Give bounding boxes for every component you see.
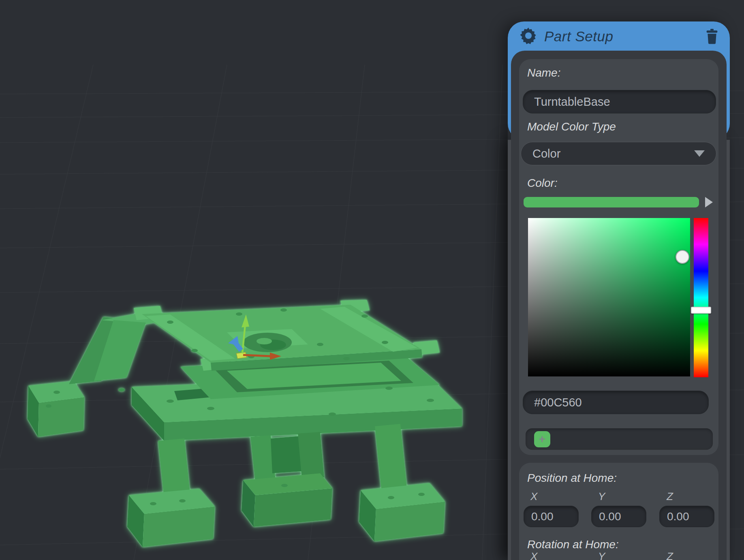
color-picker-handle[interactable]	[676, 250, 689, 264]
position-z-input[interactable]	[659, 506, 714, 527]
color-label: Color:	[527, 177, 558, 190]
rotation-at-home-label: Rotation at Home:	[527, 538, 619, 551]
position-x-label: X	[530, 490, 537, 503]
model-color-type-selected: Color	[532, 147, 560, 160]
position-y-label: Y	[598, 490, 605, 503]
current-color-swatch[interactable]	[524, 197, 699, 207]
hue-slider-handle[interactable]	[691, 307, 711, 314]
position-x-input[interactable]	[524, 506, 579, 527]
app-window: Part Setup Name: Model Color Type Color …	[0, 0, 744, 560]
saturation-value-picker[interactable]	[528, 218, 690, 376]
position-at-home-label: Position at Home:	[527, 472, 617, 485]
panel-title: Part Setup	[544, 28, 706, 45]
gizmo-x-axis	[243, 355, 271, 356]
model-color-type-dropdown[interactable]: Color	[521, 142, 716, 165]
rotation-x-label: X	[530, 550, 537, 560]
add-color-button[interactable]: +	[534, 431, 550, 447]
position-z-label: Z	[667, 490, 673, 503]
hue-slider[interactable]	[694, 218, 708, 377]
rotation-y-label: Y	[598, 550, 605, 560]
name-label: Name:	[527, 66, 560, 79]
rotation-z-label: Z	[667, 550, 673, 560]
color-expander-arrow-icon[interactable]	[705, 197, 713, 207]
position-y-input[interactable]	[591, 506, 646, 527]
model-color-type-label: Model Color Type	[527, 120, 616, 133]
saved-colors-bar	[526, 428, 713, 450]
part-name-input[interactable]	[523, 90, 716, 113]
hex-color-input[interactable]	[523, 391, 709, 414]
delete-part-button[interactable]	[706, 29, 718, 44]
gear-icon	[519, 26, 538, 47]
part-setup-header[interactable]: Part Setup	[508, 21, 730, 51]
chevron-down-icon	[694, 150, 705, 157]
